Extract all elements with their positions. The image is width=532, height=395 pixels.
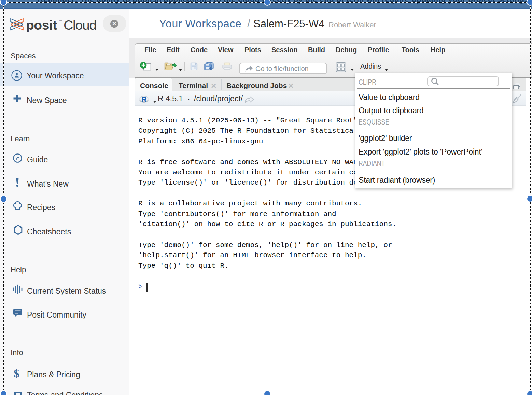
svg-text:R: R — [141, 95, 147, 103]
